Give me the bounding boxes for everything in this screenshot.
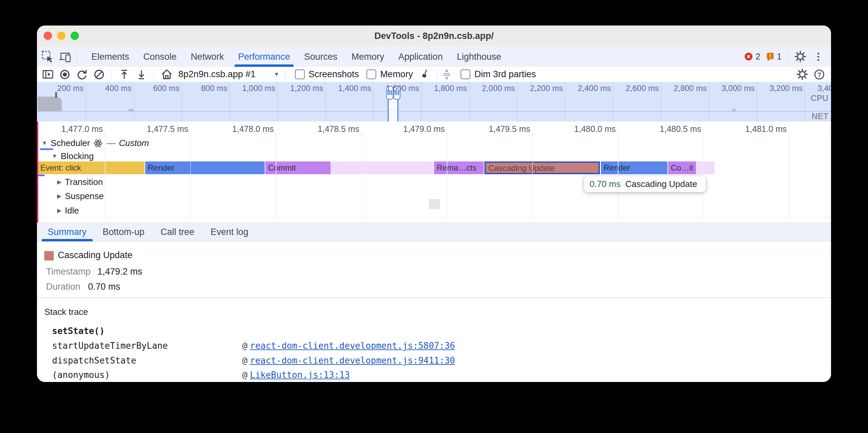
kebab-menu-icon[interactable] (812, 50, 825, 63)
tab-call-tree[interactable]: Call tree (153, 223, 203, 241)
custom-track-label: Custom (119, 138, 149, 148)
track-gridline (532, 136, 533, 217)
clear-icon[interactable] (93, 68, 105, 81)
lane-suspense[interactable]: ▶ Suspense (57, 191, 104, 201)
overview-tick-line (421, 82, 422, 122)
hover-artifact (429, 199, 440, 209)
tabbar-divider (76, 51, 77, 63)
device-toolbar-icon[interactable] (58, 50, 72, 63)
detail-ruler: 1,477.0 ms1,477.5 ms1,478.0 ms1,478.5 ms… (37, 122, 831, 136)
flame-bar[interactable]: Rema…cts (434, 162, 484, 174)
history-select[interactable]: 8p2n9n.csb.app #1 ▼ (178, 69, 279, 79)
record-and-reload-icon[interactable] (75, 68, 88, 81)
lane-transition-label: Transition (65, 177, 103, 187)
overview-tick-line (517, 82, 517, 122)
tab-elements[interactable]: Elements (84, 47, 136, 67)
ruler-tick-label: 1,480.0 ms (574, 124, 616, 134)
overview-tick-label: 1,600 ms (386, 84, 419, 93)
summary-divider (37, 297, 831, 298)
overview-tick-line (469, 82, 470, 122)
tab-sources[interactable]: Sources (297, 47, 344, 67)
overview-tick-label: 2,600 ms (626, 84, 659, 93)
flame-bar[interactable]: Commit (266, 162, 331, 174)
screenshots-checkbox[interactable] (295, 69, 305, 79)
duration-label: Duration (46, 281, 80, 292)
warning-badge[interactable]: ! 1 (765, 52, 782, 62)
flame-tooltip: 0.70 ms Cascading Update (584, 176, 706, 192)
selection-right-edge[interactable] (397, 97, 398, 122)
overview-tick-line (181, 82, 182, 122)
record-icon[interactable] (58, 68, 71, 81)
lane-blocking[interactable]: ▼ Blocking (52, 151, 94, 162)
overview-tick-line (326, 82, 326, 122)
lane-idle[interactable]: ▶ Idle (57, 205, 79, 216)
download-profile-icon[interactable] (135, 68, 148, 81)
tab-event-log[interactable]: Event log (203, 223, 257, 241)
tab-memory[interactable]: Memory (344, 47, 391, 67)
memory-checkbox[interactable] (367, 69, 376, 79)
overview-tick-label: 2,400 ms (578, 84, 611, 93)
ruler-tick-label: 1,477.5 ms (147, 124, 188, 134)
track-focus-indicator (38, 174, 45, 176)
ruler-tick-label: 1,479.0 ms (403, 124, 445, 134)
upload-profile-icon[interactable] (118, 68, 131, 81)
dim-3rd-parties-checkbox[interactable] (461, 69, 470, 79)
tab-application[interactable]: Application (391, 47, 450, 67)
selection-left-edge[interactable] (388, 97, 389, 122)
stack-frame-link[interactable]: react-dom-client.development.js:5807:36 (250, 341, 455, 351)
dash-separator: — (107, 138, 116, 148)
at-symbol: @ (242, 356, 248, 366)
stack-origin: setState() (52, 326, 105, 336)
overview-tick-line (565, 82, 565, 122)
triangle-right-icon: ▶ (57, 207, 61, 214)
flame-bar[interactable]: Render (145, 162, 265, 174)
track-gridline (105, 136, 105, 217)
triangle-right-icon: ▶ (57, 178, 61, 186)
tab-summary[interactable]: Summary (40, 223, 95, 241)
flame-bar[interactable] (696, 162, 714, 174)
overview-tick-label: 1,800 ms (434, 84, 467, 93)
flame-bar[interactable]: Co…it (668, 162, 696, 174)
devtools-window: DevTools - 8p2n9n.csb.app/ Elements Cons… (37, 26, 831, 382)
selection-window[interactable] (388, 97, 398, 122)
toolbar-divider (285, 69, 285, 80)
overview-tick-label: 1,400 ms (338, 84, 371, 93)
error-icon (744, 52, 753, 61)
flame-bar[interactable] (331, 162, 433, 174)
home-icon[interactable] (160, 68, 173, 81)
flame-bar[interactable]: Render (601, 162, 668, 174)
lane-suspense-label: Suspense (65, 191, 104, 201)
stack-frame-link[interactable]: LikeButton.js:13:13 (250, 370, 350, 380)
flame-bar[interactable]: Cascading Update (485, 162, 600, 174)
tab-network[interactable]: Network (184, 47, 231, 67)
window-title: DevTools - 8p2n9n.csb.app/ (37, 26, 831, 46)
ruler-tick-label: 1,478.0 ms (232, 124, 274, 134)
scheduler-track-header[interactable]: ▼ Scheduler — Custom (42, 138, 149, 148)
stack-frame-fn: (anonymous) (52, 370, 110, 380)
event-color-swatch (44, 251, 54, 261)
garbage-collect-icon[interactable] (419, 68, 432, 81)
tooltip-duration: 0.70 ms (590, 179, 621, 189)
tab-performance[interactable]: Performance (231, 47, 297, 67)
overview-tick-label: 2,200 ms (530, 84, 563, 93)
timeline-overview[interactable]: CPU NET 200 ms400 ms600 ms800 ms1,000 ms… (37, 82, 831, 122)
flame-chart-track[interactable]: ▼ Scheduler — Custom ▼ Blocking Event: c… (37, 136, 831, 218)
details-tabbar: Summary Bottom-up Call tree Event log (37, 223, 831, 242)
cpu-activity-shape (128, 109, 134, 111)
toggle-panel-icon[interactable] (41, 68, 54, 81)
stack-frame-link[interactable]: react-dom-client.development.js:9411:30 (250, 356, 455, 366)
overview-tick-label: 2,800 ms (674, 84, 707, 93)
tab-lighthouse[interactable]: Lighthouse (450, 47, 508, 67)
collapse-sections-icon[interactable] (440, 68, 453, 81)
settings-gear-icon[interactable] (794, 50, 807, 63)
tab-console[interactable]: Console (136, 47, 184, 67)
tab-bottom-up[interactable]: Bottom-up (95, 223, 153, 241)
timestamp-label: Timestamp (46, 267, 91, 277)
flame-bar[interactable]: Event: click (38, 162, 145, 174)
inspect-element-icon[interactable] (41, 50, 54, 63)
capture-settings-gear-icon[interactable] (796, 68, 809, 81)
error-badge[interactable]: 2 (744, 52, 760, 62)
help-icon[interactable]: ? (813, 68, 826, 81)
lane-transition[interactable]: ▶ Transition (57, 177, 103, 187)
devtools-tabbar: Elements Console Network Performance Sou… (37, 46, 831, 67)
